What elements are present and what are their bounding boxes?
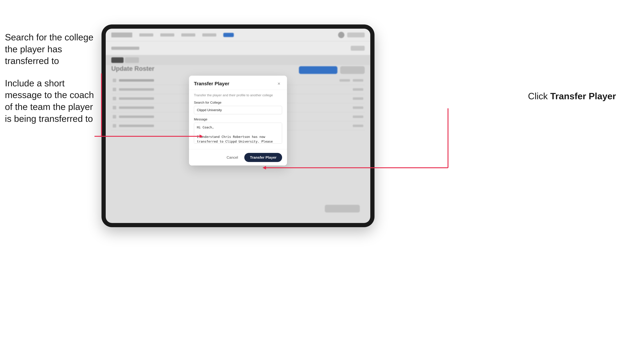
message-label: Message (194, 117, 282, 121)
modal-body: Transfer the player and their profile to… (189, 90, 287, 149)
modal-subtitle: Transfer the player and their profile to… (194, 93, 282, 97)
annotation-right-prefix: Click (528, 91, 550, 101)
annotation-text-1: Search for the college the player has tr… (5, 31, 96, 67)
modal-footer: Cancel Transfer Player (189, 149, 287, 166)
search-college-label: Search for College (194, 101, 282, 105)
modal-overlay: Transfer Player × Transfer the player an… (106, 29, 370, 223)
annotation-right: Click Transfer Player (528, 91, 616, 101)
tablet-screen: Update Roster (106, 29, 370, 223)
annotation-right-bold: Transfer Player (550, 91, 616, 101)
message-textarea[interactable]: Hi Coach, I understand Chris Robertson h… (194, 123, 282, 144)
transfer-player-modal: Transfer Player × Transfer the player an… (189, 76, 287, 166)
annotation-text-2: Include a short message to the coach of … (5, 77, 96, 125)
annotation-left: Search for the college the player has tr… (5, 31, 96, 135)
cancel-button[interactable]: Cancel (223, 154, 242, 161)
search-college-input[interactable] (194, 106, 282, 114)
tablet-device: Update Roster (102, 24, 374, 227)
modal-header: Transfer Player × (189, 76, 287, 90)
modal-close-button[interactable]: × (276, 81, 282, 87)
transfer-player-button[interactable]: Transfer Player (244, 153, 282, 162)
modal-title: Transfer Player (194, 81, 229, 86)
